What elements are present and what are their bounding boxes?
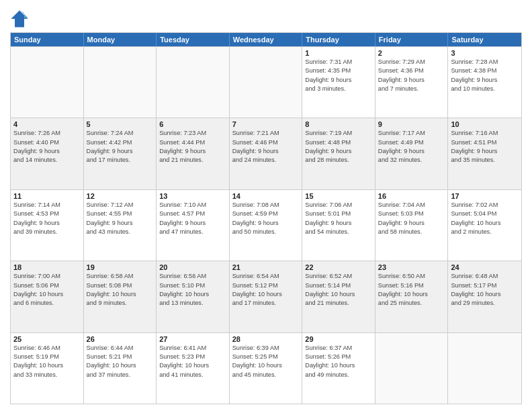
day-info: Sunrise: 7:23 AM Sunset: 4:44 PM Dayligh… [159,129,226,165]
day-info: Sunrise: 6:58 AM Sunset: 5:08 PM Dayligh… [87,272,154,308]
cal-cell-1-4: 8Sunrise: 7:19 AM Sunset: 4:48 PM Daylig… [302,118,375,189]
cal-cell-1-3: 7Sunrise: 7:21 AM Sunset: 4:46 PM Daylig… [230,118,303,189]
cal-header-thursday: Thursday [302,33,375,46]
cal-cell-2-2: 13Sunrise: 7:10 AM Sunset: 4:57 PM Dayli… [157,190,230,261]
cal-cell-2-3: 14Sunrise: 7:08 AM Sunset: 4:59 PM Dayli… [230,190,303,261]
day-number: 5 [87,120,154,128]
cal-cell-1-1: 5Sunrise: 7:24 AM Sunset: 4:42 PM Daylig… [84,118,157,189]
day-number: 15 [305,192,372,200]
day-number: 21 [232,263,300,271]
day-number: 4 [13,120,81,128]
day-number: 23 [378,263,445,271]
day-info: Sunrise: 6:50 AM Sunset: 5:16 PM Dayligh… [378,272,445,308]
day-number: 22 [305,263,372,271]
day-number: 1 [305,49,372,57]
day-number: 18 [13,263,81,271]
day-number: 12 [87,192,154,200]
day-number: 13 [159,192,226,200]
cal-cell-4-5 [375,333,449,404]
day-info: Sunrise: 6:56 AM Sunset: 5:10 PM Dayligh… [159,272,226,308]
cal-cell-4-4: 29Sunrise: 6:37 AM Sunset: 5:26 PM Dayli… [302,333,375,404]
page: SundayMondayTuesdayWednesdayThursdayFrid… [0,0,532,411]
day-info: Sunrise: 7:28 AM Sunset: 4:38 PM Dayligh… [451,58,519,93]
day-info: Sunrise: 7:16 AM Sunset: 4:51 PM Dayligh… [451,129,519,165]
calendar: SundayMondayTuesdayWednesdayThursdayFrid… [10,32,522,404]
day-info: Sunrise: 6:54 AM Sunset: 5:12 PM Dayligh… [232,272,300,308]
cal-cell-2-1: 12Sunrise: 7:12 AM Sunset: 4:55 PM Dayli… [84,190,157,261]
cal-cell-3-0: 18Sunrise: 7:00 AM Sunset: 5:06 PM Dayli… [11,261,84,332]
day-number: 10 [451,120,519,128]
cal-cell-3-1: 19Sunrise: 6:58 AM Sunset: 5:08 PM Dayli… [84,261,157,332]
cal-cell-3-6: 24Sunrise: 6:48 AM Sunset: 5:17 PM Dayli… [448,261,521,332]
day-info: Sunrise: 7:14 AM Sunset: 4:53 PM Dayligh… [13,201,81,236]
cal-cell-4-6 [448,333,521,404]
cal-row-4: 25Sunrise: 6:46 AM Sunset: 5:19 PM Dayli… [11,332,521,404]
cal-cell-0-4: 1Sunrise: 7:31 AM Sunset: 4:35 PM Daylig… [302,47,375,118]
cal-cell-2-0: 11Sunrise: 7:14 AM Sunset: 4:53 PM Dayli… [11,190,84,261]
cal-row-3: 18Sunrise: 7:00 AM Sunset: 5:06 PM Dayli… [11,261,521,332]
cal-header-monday: Monday [84,33,157,46]
cal-cell-4-0: 25Sunrise: 6:46 AM Sunset: 5:19 PM Dayli… [11,333,84,404]
cal-header-saturday: Saturday [448,33,521,46]
day-number: 28 [232,335,300,343]
cal-cell-3-5: 23Sunrise: 6:50 AM Sunset: 5:16 PM Dayli… [375,261,449,332]
day-info: Sunrise: 6:37 AM Sunset: 5:26 PM Dayligh… [305,344,372,379]
day-info: Sunrise: 7:17 AM Sunset: 4:49 PM Dayligh… [378,129,445,165]
day-info: Sunrise: 6:44 AM Sunset: 5:21 PM Dayligh… [87,344,154,379]
day-info: Sunrise: 7:00 AM Sunset: 5:06 PM Dayligh… [13,272,81,308]
day-info: Sunrise: 7:24 AM Sunset: 4:42 PM Dayligh… [87,129,154,165]
day-number: 7 [232,120,300,128]
calendar-header: SundayMondayTuesdayWednesdayThursdayFrid… [11,33,521,46]
cal-cell-0-6: 3Sunrise: 7:28 AM Sunset: 4:38 PM Daylig… [448,47,521,118]
header [10,7,522,28]
cal-cell-3-2: 20Sunrise: 6:56 AM Sunset: 5:10 PM Dayli… [157,261,230,332]
day-info: Sunrise: 7:04 AM Sunset: 5:03 PM Dayligh… [378,201,445,236]
cal-row-2: 11Sunrise: 7:14 AM Sunset: 4:53 PM Dayli… [11,189,521,261]
day-number: 25 [13,335,81,343]
cal-cell-0-2 [157,47,230,118]
day-info: Sunrise: 7:08 AM Sunset: 4:59 PM Dayligh… [232,201,300,236]
day-info: Sunrise: 7:29 AM Sunset: 4:36 PM Dayligh… [378,58,445,93]
day-info: Sunrise: 6:39 AM Sunset: 5:25 PM Dayligh… [232,344,300,379]
day-info: Sunrise: 6:46 AM Sunset: 5:19 PM Dayligh… [13,344,81,379]
day-number: 16 [378,192,445,200]
day-info: Sunrise: 6:48 AM Sunset: 5:17 PM Dayligh… [451,272,519,308]
cal-cell-0-0 [11,47,84,118]
cal-cell-1-6: 10Sunrise: 7:16 AM Sunset: 4:51 PM Dayli… [448,118,521,189]
svg-marker-0 [11,10,28,27]
day-number: 14 [232,192,300,200]
day-info: Sunrise: 7:21 AM Sunset: 4:46 PM Dayligh… [232,129,300,165]
cal-cell-0-5: 2Sunrise: 7:29 AM Sunset: 4:36 PM Daylig… [375,47,449,118]
day-number: 29 [305,335,372,343]
day-number: 20 [159,263,226,271]
day-number: 19 [87,263,154,271]
day-info: Sunrise: 6:41 AM Sunset: 5:23 PM Dayligh… [159,344,226,379]
calendar-body: 1Sunrise: 7:31 AM Sunset: 4:35 PM Daylig… [11,46,521,404]
cal-row-1: 4Sunrise: 7:26 AM Sunset: 4:40 PM Daylig… [11,118,521,189]
cal-header-sunday: Sunday [11,33,84,46]
day-number: 26 [87,335,154,343]
day-number: 2 [378,49,445,57]
cal-cell-4-1: 26Sunrise: 6:44 AM Sunset: 5:21 PM Dayli… [84,333,157,404]
cal-cell-2-4: 15Sunrise: 7:06 AM Sunset: 5:01 PM Dayli… [302,190,375,261]
cal-cell-3-3: 21Sunrise: 6:54 AM Sunset: 5:12 PM Dayli… [230,261,303,332]
cal-cell-2-5: 16Sunrise: 7:04 AM Sunset: 5:03 PM Dayli… [375,190,449,261]
cal-row-0: 1Sunrise: 7:31 AM Sunset: 4:35 PM Daylig… [11,46,521,118]
day-info: Sunrise: 7:06 AM Sunset: 5:01 PM Dayligh… [305,201,372,236]
day-number: 6 [159,120,226,128]
cal-cell-4-3: 28Sunrise: 6:39 AM Sunset: 5:25 PM Dayli… [230,333,303,404]
day-info: Sunrise: 7:12 AM Sunset: 4:55 PM Dayligh… [87,201,154,236]
cal-cell-3-4: 22Sunrise: 6:52 AM Sunset: 5:14 PM Dayli… [302,261,375,332]
cal-header-wednesday: Wednesday [230,33,303,46]
day-number: 9 [378,120,445,128]
day-number: 17 [451,192,519,200]
cal-cell-1-0: 4Sunrise: 7:26 AM Sunset: 4:40 PM Daylig… [11,118,84,189]
logo-icon [10,9,29,28]
cal-cell-2-6: 17Sunrise: 7:02 AM Sunset: 5:04 PM Dayli… [448,190,521,261]
cal-header-friday: Friday [375,33,449,46]
day-info: Sunrise: 7:10 AM Sunset: 4:57 PM Dayligh… [159,201,226,236]
day-number: 8 [305,120,372,128]
cal-cell-1-2: 6Sunrise: 7:23 AM Sunset: 4:44 PM Daylig… [157,118,230,189]
day-number: 24 [451,263,519,271]
day-number: 11 [13,192,81,200]
